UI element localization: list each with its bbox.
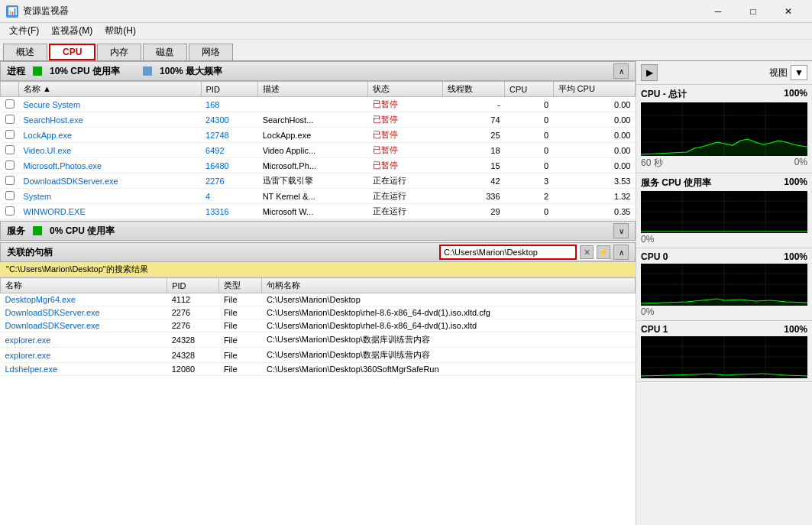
row-check[interactable] bbox=[1, 143, 19, 158]
handles-search-input[interactable] bbox=[439, 245, 577, 260]
handles-col-name[interactable]: 名称 bbox=[1, 278, 167, 293]
row-threads: 15 bbox=[443, 158, 505, 173]
handles-row[interactable]: DownloadSDKServer.exe 2276 File C:\Users… bbox=[1, 319, 636, 332]
tab-overview[interactable]: 概述 bbox=[3, 44, 47, 60]
row-threads: 74 bbox=[443, 112, 505, 128]
menu-help[interactable]: 帮助(H) bbox=[99, 23, 142, 39]
row-check[interactable] bbox=[1, 97, 19, 112]
handles-clear-btn[interactable]: ✕ bbox=[580, 245, 594, 259]
col-pid[interactable]: PID bbox=[201, 82, 258, 97]
tab-network[interactable]: 网络 bbox=[189, 44, 233, 60]
tab-cpu[interactable]: CPU bbox=[49, 44, 95, 60]
row-desc: SearchHost... bbox=[258, 112, 368, 128]
row-desc: Microsoft W... bbox=[258, 204, 368, 219]
handles-row[interactable]: DownloadSDKServer.exe 2276 File C:\Users… bbox=[1, 306, 636, 319]
col-threads[interactable]: 线程数 bbox=[443, 82, 505, 97]
col-status[interactable]: 状态 bbox=[368, 82, 443, 97]
menu-bar: 文件(F) 监视器(M) 帮助(H) bbox=[0, 23, 812, 40]
table-row[interactable]: Microsoft.Photos.exe 16480 Microsoft.Ph.… bbox=[1, 158, 636, 173]
row-check[interactable] bbox=[1, 158, 19, 173]
handles-col-handle[interactable]: 句柄名称 bbox=[262, 278, 636, 293]
view-dropdown[interactable]: ▼ bbox=[791, 65, 807, 80]
row-name[interactable]: LockApp.exe bbox=[19, 128, 202, 143]
col-desc[interactable]: 描述 bbox=[258, 82, 368, 97]
services-collapse-btn[interactable]: ∨ bbox=[613, 223, 629, 238]
menu-monitor[interactable]: 监视器(M) bbox=[45, 23, 99, 39]
handles-collapse-btn[interactable]: ∧ bbox=[613, 245, 629, 260]
row-status: 已暂停 bbox=[368, 128, 443, 143]
handle-row-pid: 2276 bbox=[167, 319, 219, 332]
row-check[interactable] bbox=[1, 128, 19, 143]
row-pid: 16480 bbox=[201, 158, 258, 173]
chart-cpu1: CPU 1 100% bbox=[636, 321, 812, 382]
handles-col-type[interactable]: 类型 bbox=[219, 278, 262, 293]
handles-section-header[interactable]: 关联的句柄 ✕ ⚡ ∧ bbox=[0, 242, 636, 262]
table-row[interactable]: LockApp.exe 12748 LockApp.exe 已暂停 25 0 0… bbox=[1, 128, 636, 143]
chart-cpu1-percent: 100% bbox=[784, 324, 807, 335]
row-name[interactable]: Secure System bbox=[19, 97, 202, 112]
row-pid: 24300 bbox=[201, 112, 258, 128]
chart-service-cpu-bottom: 0% bbox=[641, 234, 654, 245]
handles-table: 名称 PID 类型 句柄名称 DesktopMgr64.exe 4112 Fil… bbox=[0, 277, 636, 376]
table-row[interactable]: Secure System 168 已暂停 - 0 0.00 bbox=[1, 97, 636, 112]
window-controls: ─ □ ✕ bbox=[700, 0, 806, 23]
chart-service-cpu-title: 服务 CPU 使用率 bbox=[641, 177, 711, 190]
col-cpu[interactable]: CPU bbox=[505, 82, 553, 97]
services-cpu-label: 0% CPU 使用率 bbox=[50, 225, 115, 238]
row-check[interactable] bbox=[1, 173, 19, 189]
handle-row-name[interactable]: explorer.exe bbox=[1, 348, 167, 363]
row-check[interactable] bbox=[1, 189, 19, 204]
tab-disk[interactable]: 磁盘 bbox=[143, 44, 187, 60]
handles-row[interactable]: explorer.exe 24328 File C:\Users\Marion\… bbox=[1, 332, 636, 348]
row-check[interactable] bbox=[1, 112, 19, 128]
col-avgcpu[interactable]: 平均 CPU bbox=[553, 82, 635, 97]
handle-row-handle: C:\Users\Marion\Desktop\rhel-8.6-x86_64-… bbox=[262, 319, 636, 332]
table-row[interactable]: SearchHost.exe 24300 SearchHost... 已暂停 7… bbox=[1, 112, 636, 128]
handles-row[interactable]: Ldshelper.exe 12080 File C:\Users\Marion… bbox=[1, 363, 636, 376]
handles-row[interactable]: DesktopMgr64.exe 4112 File C:\Users\Mari… bbox=[1, 293, 636, 306]
table-row[interactable]: WINWORD.EXE 13316 Microsoft W... 正在运行 29… bbox=[1, 204, 636, 219]
handle-row-name[interactable]: Ldshelper.exe bbox=[1, 363, 167, 376]
dropdown-arrow: ▼ bbox=[794, 67, 804, 78]
minimize-button[interactable]: ─ bbox=[700, 0, 736, 23]
handles-col-pid[interactable]: PID bbox=[167, 278, 219, 293]
handle-row-name[interactable]: DownloadSDKServer.exe bbox=[1, 319, 167, 332]
row-name[interactable]: DownloadSDKServer.exe bbox=[19, 173, 202, 189]
handle-row-pid: 24328 bbox=[167, 332, 219, 348]
row-name[interactable]: System bbox=[19, 189, 202, 204]
row-avgcpu: 3.53 bbox=[553, 173, 635, 189]
handles-refresh-btn[interactable]: ⚡ bbox=[597, 245, 610, 259]
row-status: 已暂停 bbox=[368, 97, 443, 112]
handle-row-name[interactable]: DesktopMgr64.exe bbox=[1, 293, 167, 306]
nav-button[interactable]: ▶ bbox=[641, 64, 658, 81]
handle-row-handle: C:\Users\Marion\Desktop\360SoftMgrSafeRu… bbox=[262, 363, 636, 376]
maximize-button[interactable]: □ bbox=[736, 0, 771, 23]
handle-row-name[interactable]: explorer.exe bbox=[1, 332, 167, 348]
process-section-header[interactable]: 进程 10% CPU 使用率 100% 最大频率 ∧ bbox=[0, 61, 636, 81]
row-desc bbox=[258, 97, 368, 112]
table-row[interactable]: System 4 NT Kernel &... 正在运行 336 2 1.32 bbox=[1, 189, 636, 204]
process-collapse-btn[interactable]: ∧ bbox=[613, 63, 629, 79]
row-name[interactable]: WINWORD.EXE bbox=[19, 204, 202, 219]
col-check[interactable] bbox=[1, 82, 19, 97]
row-name[interactable]: SearchHost.exe bbox=[19, 112, 202, 128]
table-row[interactable]: Video.UI.exe 6492 Video Applic... 已暂停 18… bbox=[1, 143, 636, 158]
services-section-header[interactable]: 服务 0% CPU 使用率 ∨ bbox=[0, 221, 636, 241]
row-name[interactable]: Microsoft.Photos.exe bbox=[19, 158, 202, 173]
col-name[interactable]: 名称 ▲ bbox=[19, 82, 202, 97]
chart-cpu-total-time: 60 秒 bbox=[641, 157, 663, 170]
handles-row[interactable]: explorer.exe 24328 File C:\Users\Marion\… bbox=[1, 348, 636, 363]
handle-row-name[interactable]: DownloadSDKServer.exe bbox=[1, 306, 167, 319]
row-check[interactable] bbox=[1, 204, 19, 219]
close-button[interactable]: ✕ bbox=[771, 0, 806, 23]
table-row[interactable]: DownloadSDKServer.exe 2276 迅雷下载引擎 正在运行 4… bbox=[1, 173, 636, 189]
menu-file[interactable]: 文件(F) bbox=[3, 23, 45, 39]
row-avgcpu: 0.00 bbox=[553, 143, 635, 158]
handles-section: 关联的句柄 ✕ ⚡ ∧ "C:\Users\Marion\Desktop"的搜索… bbox=[0, 241, 636, 525]
tab-memory[interactable]: 内存 bbox=[97, 44, 141, 60]
row-threads: 25 bbox=[443, 128, 505, 143]
handle-row-pid: 2276 bbox=[167, 306, 219, 319]
row-name[interactable]: Video.UI.exe bbox=[19, 143, 202, 158]
chart-service-cpu-percent: 100% bbox=[784, 177, 807, 190]
process-table-wrap: 名称 ▲ PID 描述 状态 线程数 CPU 平均 CPU Secure Sys… bbox=[0, 81, 636, 219]
